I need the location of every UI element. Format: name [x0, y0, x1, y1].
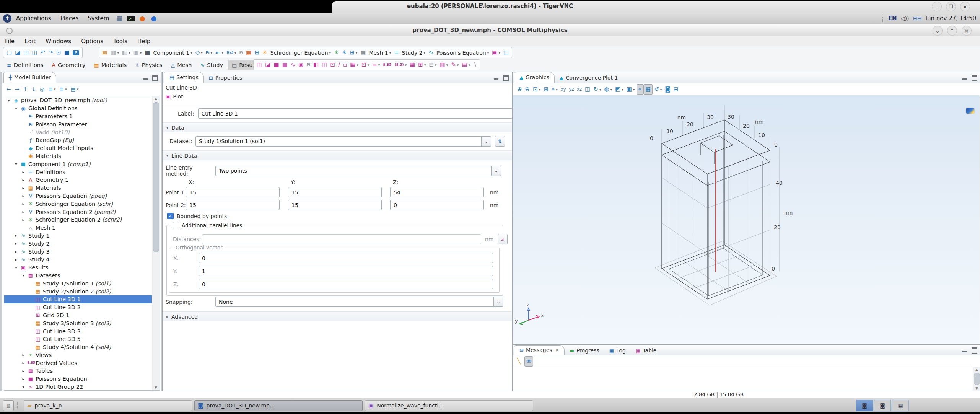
probe-icon[interactable]: ∖ — [472, 60, 479, 70]
cut-plane-icon[interactable]: ◧ — [312, 60, 320, 70]
tab-convergence-plot[interactable]: ▲Convergence Plot 1 — [555, 73, 623, 83]
tree-row[interactable]: ∇ Poisson's Equation (poeq) — [4, 192, 160, 200]
taskbar-window-prova-k-p[interactable]: ▰prova_k_p — [24, 400, 192, 411]
variables-icon[interactable]: a=▾ — [214, 48, 225, 57]
show-axes-icon[interactable]: ⌖ — [637, 84, 643, 95]
paste-icon[interactable]: ■ — [62, 48, 71, 57]
zoom-out-icon[interactable]: ⊖ — [524, 85, 532, 94]
image-view-icon[interactable]: ◫ — [583, 85, 592, 94]
ribbon-tab-study[interactable]: ∿Study — [196, 60, 227, 70]
tree-row[interactable]: ◉ Materials — [4, 152, 160, 160]
add-physics-icon[interactable]: ✳ — [332, 48, 340, 57]
firefox-icon[interactable]: ● — [138, 14, 147, 23]
add-component-icon[interactable]: ▤ — [101, 48, 109, 57]
go-to-default-view-icon[interactable]: ⌖▾ — [550, 85, 559, 94]
dataset-input[interactable] — [195, 136, 482, 147]
tab-progress[interactable]: ▬Progress — [565, 346, 604, 355]
tree-row[interactable]: ∿ Study 1 — [4, 232, 160, 240]
messages-scrollbar-thumb[interactable] — [974, 373, 980, 385]
label-input[interactable] — [198, 108, 516, 119]
thunderbird-icon[interactable]: ● — [149, 14, 158, 23]
tree-row[interactable]: ▦ Study 3/Solution 3 (sol3) — [4, 319, 160, 327]
tree-row[interactable]: ▦ Study 1/Solution 1 (sol1) — [4, 279, 160, 287]
copy-icon[interactable]: ⊡ — [55, 48, 63, 57]
tree-row[interactable]: ∿ Study 4 — [4, 256, 160, 264]
model-builder-tab[interactable]: ╂ Model Builder — [3, 72, 56, 83]
tree-expand-icon[interactable] — [14, 266, 18, 270]
point2-z-input[interactable] — [390, 200, 484, 210]
tree-row[interactable]: ✳ Schrödinger Equation 2 (schr2) — [4, 216, 160, 224]
report-icon[interactable]: ⊟▾ — [427, 60, 438, 70]
parameters-icon[interactable]: Pi — [305, 60, 312, 70]
plot-in-icon[interactable]: ◪ — [264, 60, 272, 70]
file-manager-icon[interactable]: ▤ — [115, 14, 124, 23]
tree-row[interactable]: ∇ Poisson's Equation 2 (poeq2) — [4, 208, 160, 216]
ortho-z-input[interactable] — [199, 279, 493, 289]
mesh-icon[interactable]: ▦ — [359, 48, 367, 57]
view-xy-icon[interactable]: xy — [559, 85, 568, 94]
tree-row[interactable]: △ Mesh 1 — [4, 224, 160, 232]
app-maximize-button[interactable]: ⌃ — [947, 26, 957, 36]
save-icon[interactable]: ◫ — [31, 48, 39, 57]
terminal-icon[interactable]: >_ — [126, 14, 135, 23]
add-node-2-icon[interactable]: ▥▾ — [120, 48, 132, 57]
expand-all-icon[interactable]: ≣▾ — [58, 85, 68, 94]
tree-row[interactable]: ■ Component 1 (comp1) — [4, 160, 160, 168]
tree-row[interactable]: ƒ BandGap (Eg) — [4, 136, 160, 144]
scroll-up-icon[interactable]: ▲ — [973, 367, 980, 372]
zoom-box-icon[interactable]: ⊡▾ — [531, 85, 542, 94]
attributes-icon[interactable]: ⊡▾ — [360, 60, 371, 70]
ortho-y-input[interactable] — [199, 266, 493, 276]
tree-expand-icon[interactable] — [7, 98, 11, 103]
functions-icon[interactable]: f(x)▾ — [225, 48, 238, 57]
parameterized-curve-icon[interactable]: ∕ — [337, 60, 342, 70]
point-evaluation-icon[interactable]: 8.85 — [381, 60, 393, 70]
scroll-down-icon[interactable]: ▼ — [973, 386, 980, 391]
redo-icon[interactable]: ↷ — [47, 48, 55, 57]
tree-row[interactable]: ▦ Study 4/Solution 4 (sol4) — [4, 343, 160, 351]
tab-table[interactable]: ▦Table — [631, 346, 662, 355]
volume-icon[interactable]: ◁)) — [901, 15, 909, 21]
plot-thumbnail-icon[interactable] — [966, 108, 974, 114]
open-recent-icon[interactable]: ◪ — [13, 48, 22, 57]
snapping-input[interactable] — [215, 297, 494, 307]
tree-expand-icon[interactable] — [21, 385, 26, 389]
presentation-icon[interactable]: ▤▾ — [460, 60, 472, 70]
go-to-source-button[interactable]: ⇅ — [495, 136, 505, 147]
table-icon[interactable]: ▦ — [408, 60, 417, 70]
tree-row[interactable]: ◈ prova_DOT_3D_new.mph (root) — [4, 96, 160, 104]
panel-minimize-icon[interactable] — [962, 77, 967, 80]
study-select[interactable]: Study 2▾ — [400, 48, 427, 57]
plot-icon[interactable]: ▣▾ — [490, 48, 502, 57]
range-button[interactable]: ⊿ — [498, 234, 508, 244]
tree-row[interactable]: ∿ Study 3 — [4, 248, 160, 256]
taskbar-window-comsol[interactable]: ◙prova_DOT_3D_new.mp... — [194, 400, 363, 411]
tree-row[interactable]: Pi Poisson Parameter — [4, 120, 160, 128]
tree-expand-icon[interactable] — [14, 162, 18, 166]
app-close-button[interactable]: × — [962, 26, 972, 36]
add-node-3-icon[interactable]: ▥▾ — [132, 48, 143, 57]
new-file-icon[interactable]: ▢ — [5, 48, 13, 57]
tree-expand-icon[interactable] — [21, 361, 26, 365]
tree-row[interactable]: ◫ Cut Line 3D 1 — [4, 295, 160, 303]
tree-expand-icon[interactable] — [14, 258, 18, 262]
tree-row[interactable]: ▦ Materials — [4, 184, 160, 192]
tree-row[interactable]: A Geometry 1 — [4, 176, 160, 184]
cut-line-icon[interactable]: ◫ — [320, 60, 329, 70]
tree-row[interactable]: Pi Parameters 1 — [4, 112, 160, 121]
menu-windows[interactable]: Windows — [41, 38, 76, 45]
vnc-close-button[interactable]: × — [960, 2, 970, 11]
tree-expand-icon[interactable] — [14, 233, 18, 238]
plot-button[interactable]: ▣ Plot — [166, 93, 183, 99]
move-up-icon[interactable]: ↑ — [21, 85, 29, 94]
tree-row[interactable]: ◆ Default Model Inputs — [4, 144, 160, 152]
workspace-button-1[interactable]: ◙ — [856, 400, 873, 411]
panel-minimize-icon[interactable] — [962, 349, 967, 352]
snapping-dropdown-icon[interactable]: ⌄ — [494, 297, 503, 307]
parameters-icon[interactable]: Pi▾ — [204, 48, 214, 57]
line-entry-method-input[interactable] — [215, 166, 492, 176]
tree-expand-icon[interactable] — [21, 218, 26, 222]
tree-row[interactable]: 8.85 Derived Values — [4, 359, 160, 367]
print-icon[interactable]: ⊟ — [672, 85, 680, 94]
tree-row[interactable]: ▦ Tables — [4, 367, 160, 375]
